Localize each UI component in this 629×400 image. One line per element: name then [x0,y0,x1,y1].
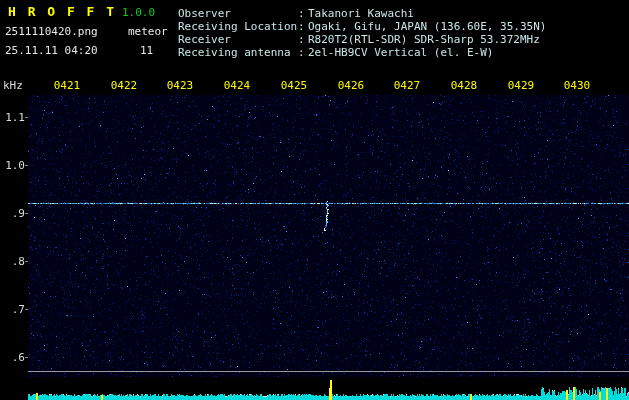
app-version: 1.0.0 [122,7,155,18]
observation-info: Observer:Takanori Kawachi Receiving Loca… [178,7,546,59]
spectrogram-canvas [0,0,629,400]
info-label: Receiver [178,33,298,46]
frequency-axis-unit: kHz [3,80,23,91]
info-colon: : [298,33,308,46]
app-title: H R O F F T [8,5,116,18]
info-colon: : [298,20,308,33]
meteor-count: 11 [140,45,153,56]
mode-label: meteor [128,26,168,37]
info-value: 2el-HB9CV Vertical (el. E-W) [308,46,493,59]
info-value: Takanori Kawachi [308,7,414,20]
info-label: Receiving Location [178,20,298,33]
info-label: Receiving antenna [178,46,298,59]
info-value: Ogaki, Gifu, JAPAN (136.60E, 35.35N) [308,20,546,33]
info-value: R820T2(RTL-SDR) SDR-Sharp 53.372MHz [308,33,540,46]
info-row-location: Receiving Location:Ogaki, Gifu, JAPAN (1… [178,20,546,33]
info-colon: : [298,7,308,20]
info-label: Observer [178,7,298,20]
info-colon: : [298,46,308,59]
info-row-antenna: Receiving antenna:2el-HB9CV Vertical (el… [178,46,546,59]
info-row-observer: Observer:Takanori Kawachi [178,7,546,20]
hrofft-window: H R O F F T 1.0.0 2511110420.png meteor … [0,0,629,400]
info-row-receiver: Receiver:R820T2(RTL-SDR) SDR-Sharp 53.37… [178,33,546,46]
output-filename: 2511110420.png [5,26,98,37]
observation-timestamp: 25.11.11 04:20 [5,45,98,56]
